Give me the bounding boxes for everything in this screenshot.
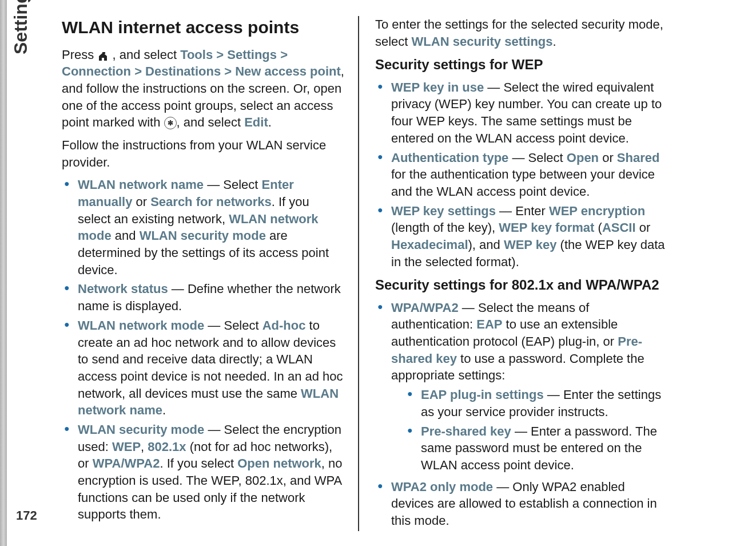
text: . bbox=[553, 34, 556, 49]
list-item-authentication-type: Authentication type — Select Open or Sha… bbox=[375, 149, 668, 200]
option-wep: WEP bbox=[112, 440, 141, 454]
option-wpa-wpa2: WPA/WPA2 bbox=[93, 456, 160, 470]
text: ), and bbox=[468, 238, 504, 252]
text: and bbox=[112, 228, 140, 243]
text: — Select bbox=[204, 177, 261, 192]
list-item-wep-key-in-use: WEP key in use — Select the wired equiva… bbox=[375, 79, 668, 147]
separator: > bbox=[134, 64, 145, 78]
label-preshared-key: Pre-shared key bbox=[421, 424, 511, 438]
separator: > bbox=[216, 48, 227, 62]
option-search-networks: Search for networks bbox=[150, 195, 272, 209]
list-item-wlan-network-mode: WLAN network mode — Select Ad-hoc to cre… bbox=[62, 317, 344, 419]
separator: > bbox=[280, 48, 288, 62]
wpa-settings-list: WPA/WPA2 — Select the means of authentic… bbox=[375, 299, 668, 529]
option-adhoc: Ad-hoc bbox=[262, 318, 306, 333]
option-8021x: 802.1x bbox=[148, 440, 186, 454]
text: or bbox=[599, 151, 617, 165]
list-item-eap-plugin-settings: EAP plug-in settings — Enter the setting… bbox=[405, 386, 668, 420]
menu-wlan-security-settings: WLAN security settings bbox=[412, 34, 553, 49]
option-hexadecimal: Hexadecimal bbox=[391, 238, 468, 252]
marked-access-point-icon: ✻ bbox=[164, 117, 177, 129]
option-ascii: ASCII bbox=[602, 220, 636, 235]
label-wlan-network-name: WLAN network name bbox=[78, 177, 204, 192]
option-wep-key-format: WEP key format bbox=[499, 220, 594, 235]
wpa-subsettings-list: EAP plug-in settings — Enter the setting… bbox=[405, 386, 668, 473]
text: . If you select bbox=[160, 456, 237, 470]
text: (length of the key), bbox=[391, 220, 499, 235]
text: or bbox=[636, 220, 651, 235]
option-wep-encryption: WEP encryption bbox=[549, 204, 645, 218]
text: — Enter bbox=[496, 204, 549, 218]
list-item-wep-key-settings: WEP key settings — Enter WEP encryption … bbox=[375, 203, 668, 271]
text: Press bbox=[62, 48, 97, 62]
page-content: WLAN internet access points Press , and … bbox=[62, 16, 737, 531]
option-eap: EAP bbox=[476, 317, 502, 331]
menu-new-access-point: New access point bbox=[235, 64, 341, 78]
text: for the authentication type between your… bbox=[391, 167, 655, 199]
para-follow-instructions: Follow the instructions from your WLAN s… bbox=[62, 137, 344, 171]
list-item-wpa2-only-mode: WPA2 only mode — Only WPA2 enabled devic… bbox=[375, 478, 668, 529]
wep-settings-list: WEP key in use — Select the wired equiva… bbox=[375, 79, 668, 271]
text: — Select bbox=[204, 318, 262, 333]
left-column: WLAN internet access points Press , and … bbox=[62, 16, 359, 531]
svg-rect-0 bbox=[102, 52, 105, 54]
home-key-icon bbox=[97, 50, 109, 61]
label-wpa-wpa2: WPA/WPA2 bbox=[391, 300, 459, 315]
label-wep-key-settings: WEP key settings bbox=[391, 204, 496, 218]
page-number: 172 bbox=[16, 508, 37, 523]
text: or bbox=[132, 195, 150, 209]
label-network-status: Network status bbox=[78, 282, 168, 296]
label-wlan-network-mode: WLAN network mode bbox=[78, 318, 204, 333]
heading-wlan-access-points: WLAN internet access points bbox=[62, 16, 344, 39]
list-item-wpa-wpa2: WPA/WPA2 — Select the means of authentic… bbox=[375, 299, 668, 474]
text: — Select bbox=[508, 151, 566, 165]
para-security-mode-settings: To enter the settings for the selected s… bbox=[375, 16, 668, 50]
option-open: Open bbox=[567, 151, 599, 165]
label-wep-key-in-use: WEP key in use bbox=[391, 80, 484, 94]
text: . bbox=[268, 115, 272, 129]
text: , and select bbox=[177, 115, 245, 129]
wlan-settings-list: WLAN network name — Select Enter manuall… bbox=[62, 176, 344, 523]
menu-connection: Connection bbox=[62, 64, 131, 78]
option-shared: Shared bbox=[617, 151, 660, 165]
menu-tools: Tools bbox=[180, 48, 213, 62]
separator: > bbox=[224, 64, 235, 78]
label-wlan-security-mode: WLAN security mode bbox=[78, 422, 204, 437]
label-eap-plugin-settings: EAP plug-in settings bbox=[421, 387, 544, 402]
list-item-wlan-security-mode: WLAN security mode — Select the encrypti… bbox=[62, 421, 344, 523]
menu-destinations: Destinations bbox=[145, 64, 221, 78]
label-wpa2-only-mode: WPA2 only mode bbox=[391, 480, 493, 494]
option-open-network: Open network bbox=[237, 456, 321, 470]
sidebar-stripe bbox=[0, 0, 7, 546]
section-label: Settings bbox=[10, 0, 31, 54]
heading-wep-security: Security settings for WEP bbox=[375, 56, 668, 74]
menu-settings: Settings bbox=[227, 48, 277, 62]
para-press-select: Press , and select Tools > Settings > Co… bbox=[62, 46, 344, 131]
text: , bbox=[141, 440, 148, 454]
list-item-wlan-network-name: WLAN network name — Select Enter manuall… bbox=[62, 176, 344, 278]
text: . bbox=[162, 403, 166, 417]
option-wep-key: WEP key bbox=[504, 238, 557, 252]
text: ( bbox=[594, 220, 602, 235]
right-column: To enter the settings for the selected s… bbox=[359, 16, 679, 531]
label-authentication-type: Authentication type bbox=[391, 151, 508, 165]
heading-wpa-security: Security settings for 802.1x and WPA/WPA… bbox=[375, 276, 668, 294]
list-item-network-status: Network status — Define whether the netw… bbox=[62, 280, 344, 314]
sidebar: Settings 172 bbox=[0, 0, 39, 546]
ref-wlan-security-mode: WLAN security mode bbox=[140, 228, 266, 243]
menu-edit: Edit bbox=[244, 115, 268, 129]
text: , and select bbox=[112, 48, 180, 62]
list-item-preshared-key: Pre-shared key — Enter a password. The s… bbox=[405, 423, 668, 474]
